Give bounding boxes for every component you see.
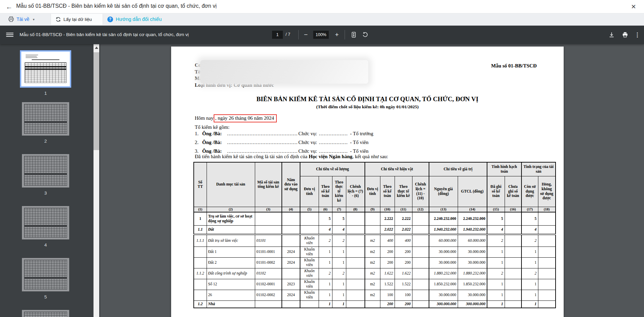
table-cell: 200: [395, 247, 412, 257]
scroll-up-arrow-icon[interactable]: [95, 47, 98, 49]
m-pdots: ..........................: [319, 140, 348, 145]
table-row: 1.2Nhà11200200300.000.000300.000.00011: [194, 300, 556, 308]
thumbnail-page-6[interactable]: [22, 310, 69, 317]
sub-header: Chênh lệch = (7) - (6): [346, 176, 365, 207]
sub-header: Nguyên giá (đồng): [429, 176, 458, 207]
column-number-header: (16): [505, 207, 521, 212]
table-cell: 100: [395, 290, 412, 300]
document-subtitle: (Thời điểm chốt số liệu kiểm kê: 0h ngày…: [171, 104, 564, 110]
m-pos: Chức vụ:: [298, 131, 317, 137]
thumbnail-page-3[interactable]: [22, 154, 69, 188]
m-name: Ông /Bà:: [202, 131, 222, 137]
table-cell: 5: [487, 212, 505, 225]
table-cell: [282, 212, 300, 225]
table-cell: 1.2: [194, 300, 207, 308]
sub-header: Chưa ghi sổ kế toán: [505, 176, 521, 207]
table-cell: 2: [487, 268, 505, 279]
table-cell: 300.000.000: [458, 300, 487, 308]
sub-header: Đã ghi sổ kế toán: [487, 176, 505, 207]
column-number-header: (15): [487, 207, 505, 212]
conclusion-prefix: Đã tiến hành kiểm kê tài sản công là tài…: [195, 154, 308, 159]
table-cell: [346, 290, 365, 300]
table-cell: [538, 290, 556, 300]
table-cell: 200: [380, 247, 395, 257]
table-cell: 2: [332, 268, 346, 279]
table-cell: [300, 212, 319, 225]
m-num: 1.: [195, 131, 198, 137]
download-icon[interactable]: [607, 30, 616, 39]
close-icon[interactable]: ✕: [629, 2, 638, 11]
m-role: - Tổ viên: [350, 140, 369, 145]
table-cell: [538, 247, 556, 257]
table-cell: [505, 268, 521, 279]
question-circle-icon: ?: [107, 17, 113, 22]
table-cell: 1: [194, 212, 207, 225]
thumbnail-page-5[interactable]: [22, 258, 69, 291]
table-cell: [412, 225, 429, 234]
fit-page-icon[interactable]: [349, 30, 358, 39]
table-cell: [300, 225, 319, 234]
group-header: Tình hình hạch toán: [487, 162, 521, 176]
table-cell: [282, 300, 300, 308]
table-cell: 4: [521, 225, 538, 234]
zoom-out-button[interactable]: −: [301, 30, 311, 39]
sub-header: Theo thực tế kiểm kê: [395, 176, 412, 207]
table-cell: [538, 268, 556, 279]
col-header: Năm đưa vào sử dụng: [282, 162, 300, 207]
scrollbar-thumb[interactable]: [93, 52, 99, 150]
table-row: Đất 101101-00012024Khuôn viên11m22002003…: [194, 247, 556, 257]
col-header: Mã số tài sản tổng kiểm kê: [255, 162, 282, 207]
committee-member-line: 1.Ông /Bà:..............................…: [195, 131, 431, 140]
back-arrow-icon[interactable]: ←: [5, 2, 14, 11]
column-number-header: (8): [346, 207, 365, 212]
table-cell: [255, 225, 282, 234]
guide-link[interactable]: ? Hướng dẫn đối chiếu: [107, 13, 162, 25]
col-header: Danh mục tài sản: [207, 162, 255, 207]
table-cell: 1.1.2: [194, 268, 207, 279]
table-cell: 5: [332, 212, 346, 225]
reload-data-button[interactable]: Lấy lại dữ liệu: [55, 13, 92, 25]
thumbnail-preview: [22, 154, 69, 188]
table-cell: 1.850.232.000: [429, 279, 458, 290]
column-number-header: (12): [412, 207, 429, 212]
zoom-in-button[interactable]: +: [332, 30, 342, 39]
thumbnail-page-2[interactable]: [22, 102, 69, 136]
table-cell: 1.880.232.000: [429, 268, 458, 279]
kebab-menu-icon[interactable]: ⋮: [633, 30, 642, 39]
print-icon[interactable]: [620, 30, 630, 39]
zoom-level-input[interactable]: 100%: [313, 31, 329, 39]
table-cell: 1: [521, 257, 538, 268]
table-cell: [505, 247, 521, 257]
sidebar-scrollbar[interactable]: [93, 44, 99, 317]
date-prefix: Hôm nay: [195, 115, 213, 121]
conclusion-line: Đã tiến hành kiểm kê tài sản công là tài…: [195, 154, 388, 160]
table-row: 1.1.2Đất công trình sự nghiệp01102Khuôn …: [194, 268, 556, 279]
page-number-input[interactable]: 1: [272, 31, 283, 39]
table-cell: 300.000.000: [429, 300, 458, 308]
sub-header: Đơn vị tính: [365, 176, 380, 207]
table-cell: 1: [332, 247, 346, 257]
table-cell: [412, 290, 429, 300]
table-cell: 2.222: [395, 212, 412, 225]
col-header: Số TT: [194, 162, 207, 207]
thumbnail-page-4[interactable]: [22, 206, 69, 239]
table-cell: 01102-0001: [255, 279, 282, 290]
sub-header: Theo số kế toán: [319, 176, 332, 207]
menu-icon[interactable]: [6, 32, 14, 38]
table-cell: 60.000.000: [458, 234, 487, 247]
table-cell: 1.522: [395, 279, 412, 290]
thumbnail-page-1[interactable]: [20, 50, 71, 88]
table-cell: Khuôn viên: [300, 268, 319, 279]
table-row: Số 1201102-00012023Khuôn viên11m21.5221.…: [194, 279, 556, 290]
table-cell: m2: [365, 257, 380, 268]
table-cell: 01102-0002: [255, 290, 282, 300]
download-button[interactable]: Tải về ▾: [8, 13, 34, 25]
table-cell: [538, 279, 556, 290]
m-dots: ........................................…: [227, 140, 298, 145]
table-cell: m2: [365, 290, 380, 300]
table-cell: 2: [487, 234, 505, 247]
table-cell: 200: [395, 300, 412, 308]
refresh-icon: [55, 17, 61, 22]
rotate-icon[interactable]: [360, 30, 370, 39]
chevron-down-icon[interactable]: ▾: [33, 18, 34, 21]
